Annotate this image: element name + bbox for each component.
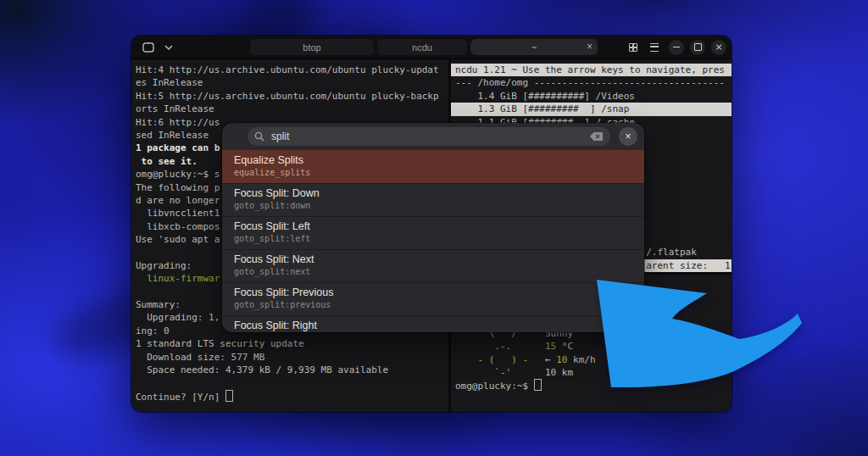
palette-item-title: Focus Split: Down	[234, 186, 644, 201]
tab-close-icon[interactable]: ×	[587, 40, 593, 54]
terminal-line: omg@plucky:~$	[451, 379, 732, 392]
terminal-line: orts InRelease	[131, 103, 448, 115]
search-icon	[254, 131, 264, 142]
terminal-line: Hit:5 http://us.archive.ubuntu.com/ubunt…	[131, 90, 448, 103]
palette-search-field[interactable]	[248, 127, 610, 146]
tab-label: ncdu	[412, 42, 432, 53]
palette-item-title: Equalize Splits	[234, 153, 644, 168]
terminal-line: Space needed: 4,379 kB / 9,939 MB availa…	[131, 364, 448, 376]
maximize-button[interactable]	[690, 40, 705, 55]
palette-item[interactable]: Focus Split: Leftgoto_split:left	[222, 216, 644, 249]
palette-item-title: Focus Split: Next	[234, 253, 644, 267]
close-button[interactable]: ×	[711, 40, 726, 55]
terminal-app-icon[interactable]	[138, 39, 159, 55]
tab-label: ~	[531, 42, 537, 53]
palette-item-command: goto_split:next	[234, 267, 644, 277]
palette-results-list: Equalize Splitsequalize_splitsFocus Spli…	[222, 150, 644, 332]
palette-item-title: Focus Split: Previous	[234, 286, 644, 300]
tab-home-active[interactable]: ~ ×	[470, 39, 598, 55]
terminal-line	[131, 376, 448, 389]
minimize-button[interactable]	[669, 40, 684, 55]
terminal-line: Hit:4 http://us.archive.ubuntu.com/ubunt…	[131, 64, 448, 76]
terminal-line: es InRelease	[131, 76, 448, 89]
close-icon: ×	[715, 42, 722, 52]
desktop-scene: btop ncdu ~ × × Hit:4 http://us.archive.…	[0, 0, 868, 456]
maximize-icon	[694, 43, 702, 51]
search-input[interactable]	[270, 130, 589, 143]
chevron-down-icon[interactable]	[160, 39, 177, 55]
terminal-line: ncdu 1.21 ~ Use the arrow keys to naviga…	[451, 64, 732, 76]
terminal-line: Continue? [Y/n]	[131, 390, 448, 403]
palette-item-command: equalize_splits	[234, 168, 644, 178]
terminal-line: `-' 10 km	[451, 366, 732, 379]
tab-overview-grid-icon[interactable]	[625, 39, 642, 55]
backspace-clear-icon[interactable]	[589, 131, 604, 142]
tab-label: btop	[303, 42, 320, 53]
palette-close-button[interactable]: ×	[619, 127, 637, 146]
titlebar[interactable]: btop ncdu ~ × ×	[131, 36, 732, 59]
terminal-line: 1 standard LTS security update	[131, 337, 448, 350]
palette-item-command: goto_split:previous	[234, 300, 644, 310]
palette-item-command: goto_split:left	[234, 234, 644, 244]
command-palette: × Equalize Splitsequalize_splitsFocus Sp…	[222, 123, 644, 332]
palette-item[interactable]: Equalize Splitsequalize_splits	[222, 150, 644, 183]
terminal-line: 1.4 GiB [##########] /Videos	[451, 90, 732, 103]
terminal-line: --- /home/omg --------------------------…	[451, 76, 732, 89]
palette-item[interactable]: Focus Split: Previousgoto_split:previous	[222, 282, 644, 315]
palette-item-command: goto_split:down	[234, 201, 644, 211]
minimize-icon	[673, 47, 680, 48]
terminal-line: .-. 15 °C	[451, 340, 732, 353]
hamburger-menu-icon[interactable]	[646, 39, 663, 55]
terminal-line: Download size: 577 MB	[131, 351, 448, 364]
palette-item[interactable]: Focus Split: Downgoto_split:down	[222, 183, 644, 216]
palette-item-title: Focus Split: Right	[234, 319, 644, 332]
palette-search-row: ×	[222, 123, 644, 150]
tab-ncdu[interactable]: ncdu	[377, 39, 467, 55]
terminal-line: - ( ) - ← 10 km/h	[451, 353, 732, 366]
terminal-cursor	[534, 379, 542, 391]
palette-item[interactable]: Focus Split: Rightgoto_split:right	[222, 315, 644, 332]
terminal-cursor	[225, 390, 233, 402]
palette-item-title: Focus Split: Left	[234, 220, 644, 234]
close-icon: ×	[625, 131, 631, 142]
palette-item[interactable]: Focus Split: Nextgoto_split:next	[222, 249, 644, 282]
terminal-line: 1.3 GiB [######### ] /snap	[451, 103, 732, 115]
tab-btop[interactable]: btop	[250, 39, 374, 55]
